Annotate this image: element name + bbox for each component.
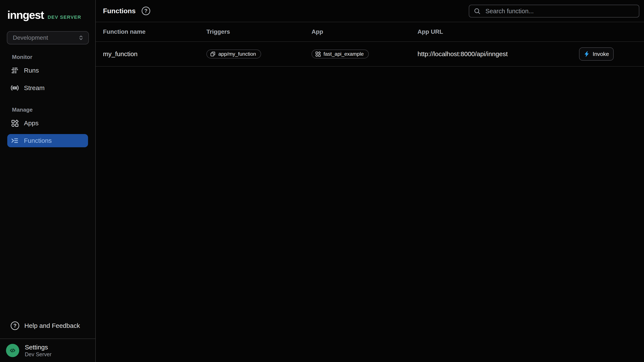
sidebar-item-stream[interactable]: Stream — [7, 81, 88, 95]
help-feedback-link[interactable]: ? Help and Feedback — [7, 318, 88, 333]
functions-icon — [11, 137, 19, 145]
stream-icon — [11, 84, 19, 92]
circle-question-icon: ? — [11, 322, 19, 330]
section-label-monitor: Monitor — [12, 54, 95, 60]
column-header-app-url: App URL — [418, 28, 579, 35]
sidebar: inngest DEV SERVER Development Monitor — [0, 0, 96, 362]
settings-sublabel: Dev Server — [25, 351, 52, 358]
apps-icon — [11, 119, 19, 127]
page-title: Functions — [103, 7, 136, 15]
inngest-logo: inngest — [7, 9, 44, 20]
app-label: fast_api_example — [324, 51, 364, 57]
lightning-bolt-icon — [584, 51, 589, 57]
sidebar-item-label: Runs — [24, 67, 39, 74]
app-window: inngest DEV SERVER Development Monitor — [0, 0, 644, 362]
chevrons-up-down-icon — [78, 35, 84, 41]
event-copy-icon — [210, 51, 216, 57]
settings-button[interactable]: Settings Dev Server — [0, 339, 95, 362]
help-feedback-label: Help and Feedback — [24, 322, 80, 329]
help-icon[interactable]: ? — [142, 7, 150, 15]
sidebar-item-apps[interactable]: Apps — [7, 117, 88, 130]
app-url: http://localhost:8000/api/inngest — [418, 50, 579, 58]
main-content: Functions ? Function name Triggers App A… — [96, 0, 644, 362]
runs-icon — [11, 66, 19, 74]
sidebar-item-label: Stream — [24, 84, 45, 92]
column-header-function-name: Function name — [103, 28, 206, 35]
invoke-label: Invoke — [593, 51, 609, 57]
sidebar-item-label: Functions — [24, 137, 52, 144]
settings-label: Settings — [25, 344, 52, 351]
column-header-app: App — [312, 28, 418, 35]
column-header-triggers: Triggers — [206, 28, 312, 35]
search-box — [469, 5, 639, 17]
environment-value: Development — [13, 34, 48, 41]
sidebar-bottom: ? Help and Feedback Settings Dev Server — [0, 318, 95, 362]
function-name: my_function — [103, 50, 206, 58]
invoke-button[interactable]: Invoke — [579, 47, 614, 61]
sidebar-item-runs[interactable]: Runs — [7, 64, 88, 77]
sidebar-item-functions[interactable]: Functions — [7, 134, 88, 147]
table-row[interactable]: my_function app/my_function — [96, 42, 644, 67]
sidebar-nav: Monitor Runs — [0, 44, 95, 152]
code-avatar-icon — [6, 344, 19, 357]
trigger-label: app/my_function — [218, 51, 256, 57]
environment-select[interactable]: Development — [7, 31, 89, 44]
section-label-manage: Manage — [12, 107, 95, 113]
search-input[interactable] — [484, 7, 634, 15]
trigger-badge[interactable]: app/my_function — [206, 49, 261, 58]
search-icon — [474, 7, 481, 15]
sidebar-item-label: Apps — [24, 120, 38, 127]
apps-icon — [315, 51, 321, 57]
table-header: Function name Triggers App App URL — [96, 22, 644, 42]
app-badge[interactable]: fast_api_example — [312, 49, 369, 58]
logo: inngest DEV SERVER — [0, 0, 95, 20]
dev-server-badge: DEV SERVER — [48, 14, 81, 20]
